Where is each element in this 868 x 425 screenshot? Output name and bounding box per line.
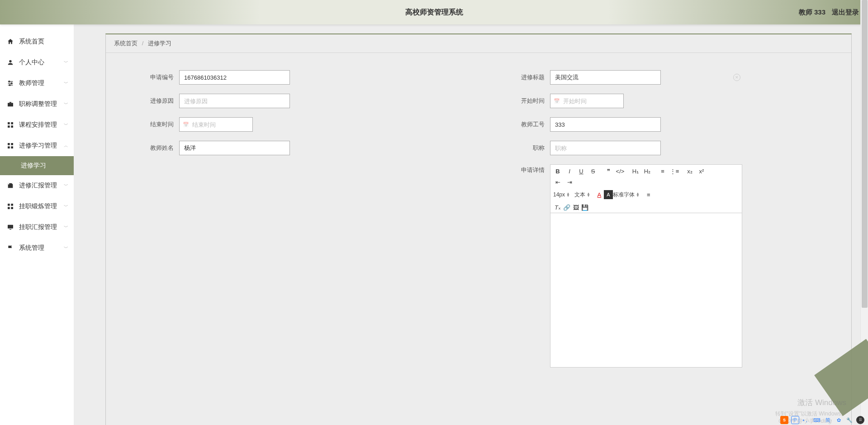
- person-icon: [6, 58, 14, 67]
- code-icon[interactable]: </>: [616, 167, 625, 176]
- nav-label: 职称调整管理: [19, 100, 57, 108]
- h2-icon[interactable]: H₂: [643, 167, 652, 176]
- user-label[interactable]: 教师 333: [799, 8, 825, 17]
- svg-rect-14: [11, 143, 13, 145]
- sliders-icon: [6, 79, 14, 87]
- input-start-time[interactable]: [550, 94, 624, 108]
- quote-icon[interactable]: ❞: [604, 167, 613, 176]
- indent-right-icon[interactable]: ⇥: [565, 177, 574, 186]
- nav-label: 课程安排管理: [19, 121, 57, 129]
- clear-format-icon[interactable]: Tₓ: [553, 203, 562, 212]
- nav-system-mgmt[interactable]: 系统管理 ﹀: [0, 238, 74, 258]
- input-end-time[interactable]: [179, 117, 253, 132]
- svg-rect-22: [8, 225, 13, 229]
- text-type-select[interactable]: 文本▲▼: [574, 190, 590, 199]
- chevron-down-icon: ﹀: [64, 182, 68, 189]
- breadcrumb-separator: /: [142, 40, 144, 47]
- svg-rect-8: [9, 102, 11, 103]
- label-study-title: 进修标题: [513, 73, 545, 81]
- nav-job-training[interactable]: 挂职锻炼管理 ﹀: [0, 196, 74, 217]
- breadcrumb: 系统首页 / 进修学习: [106, 34, 851, 53]
- rich-text-editor: B I U S ❞ </> H₁ H₂: [550, 164, 742, 368]
- editor-content[interactable]: [550, 213, 742, 367]
- nav-study-report[interactable]: 进修汇报管理 ﹀: [0, 175, 74, 196]
- monitor-icon: [6, 223, 14, 231]
- ime-cn-icon[interactable]: 中: [791, 416, 799, 424]
- underline-icon[interactable]: U: [577, 167, 586, 176]
- bg-color-icon[interactable]: A: [604, 190, 613, 199]
- report-icon: [6, 181, 14, 190]
- font-family-select[interactable]: 标准字体▲▼: [613, 190, 640, 199]
- clear-icon[interactable]: ✕: [733, 74, 740, 81]
- indent-left-icon[interactable]: ⇤: [553, 177, 562, 186]
- ime-input-icon[interactable]: 简: [824, 416, 832, 424]
- ordered-list-icon[interactable]: ≡: [658, 167, 667, 176]
- input-teacher-name[interactable]: [179, 141, 290, 155]
- content-area: 系统首页 / 进修学习 申请编号 进修标题 ✕ 进修原因: [74, 24, 868, 425]
- nav-study-learn[interactable]: 进修学习: [0, 156, 74, 175]
- ime-brand-icon[interactable]: S: [780, 416, 788, 424]
- font-size-select[interactable]: 14px▲▼: [553, 190, 570, 199]
- nav-label: 系统首页: [19, 38, 44, 46]
- nav-label: 教师管理: [19, 79, 44, 87]
- nav-course-arrange[interactable]: 课程安排管理 ﹀: [0, 115, 74, 135]
- subscript-icon[interactable]: x₂: [685, 167, 694, 176]
- ime-handle-icon[interactable]: ⠿: [856, 416, 864, 424]
- ime-taskbar: S 中 •， ⌨ 简 ✿ 🔧 ⠿: [777, 415, 868, 425]
- save-icon[interactable]: 💾: [580, 203, 589, 212]
- row-end-time: 结束时间: [142, 117, 463, 132]
- ime-punct-icon[interactable]: •，: [802, 416, 810, 424]
- input-job-title[interactable]: [550, 141, 661, 155]
- app-header: 高校师资管理系统 教师 333 退出登录: [0, 0, 868, 24]
- label-teacher-name: 教师姓名: [142, 144, 174, 152]
- svg-rect-10: [11, 122, 13, 124]
- label-study-reason: 进修原因: [142, 97, 174, 105]
- briefcase-icon: [6, 100, 14, 108]
- italic-icon[interactable]: I: [565, 167, 574, 176]
- nav-teacher-mgmt[interactable]: 教师管理 ﹀: [0, 73, 74, 94]
- content-panel: 系统首页 / 进修学习 申请编号 进修标题 ✕ 进修原因: [105, 33, 852, 425]
- nav-label: 进修汇报管理: [19, 181, 57, 190]
- nav-label: 个人中心: [19, 58, 44, 67]
- logout-link[interactable]: 退出登录: [832, 8, 859, 17]
- nav-label: 进修学习管理: [19, 142, 57, 150]
- svg-point-0: [9, 60, 11, 62]
- nav-profile[interactable]: 个人中心 ﹀: [0, 52, 74, 73]
- chevron-down-icon: ﹀: [64, 80, 68, 86]
- input-study-title[interactable]: [550, 70, 661, 85]
- unordered-list-icon[interactable]: ⋮≡: [670, 167, 679, 176]
- svg-rect-16: [11, 146, 13, 148]
- row-study-title: 进修标题 ✕: [513, 70, 834, 85]
- superscript-icon[interactable]: x²: [697, 167, 706, 176]
- label-end-time: 结束时间: [142, 120, 174, 129]
- form-area: 申请编号 进修标题 ✕ 进修原因 开始时间 结束时间: [106, 53, 851, 425]
- input-study-reason[interactable]: [179, 94, 290, 108]
- label-job-title: 职称: [513, 144, 545, 152]
- ime-skin-icon[interactable]: ✿: [835, 416, 843, 424]
- chevron-down-icon: ﹀: [64, 59, 68, 66]
- grid-icon: [6, 121, 14, 129]
- nav-home[interactable]: 系统首页: [0, 31, 74, 52]
- scrollbar-thumb[interactable]: [862, 0, 868, 308]
- label-teacher-id: 教师工号: [513, 120, 545, 129]
- image-icon[interactable]: 🖼: [571, 203, 580, 212]
- link-icon[interactable]: 🔗: [562, 203, 571, 212]
- nav-study-mgmt[interactable]: 进修学习管理 ︿: [0, 135, 74, 156]
- input-teacher-id[interactable]: [550, 117, 661, 132]
- input-application-id[interactable]: [179, 70, 290, 85]
- align-icon[interactable]: ≡: [644, 190, 653, 199]
- svg-point-6: [9, 85, 10, 86]
- strikethrough-icon[interactable]: S: [588, 167, 598, 176]
- nav-title-adjust[interactable]: 职称调整管理 ﹀: [0, 94, 74, 115]
- row-teacher-name: 教师姓名: [142, 141, 463, 155]
- bold-icon[interactable]: B: [553, 167, 562, 176]
- row-application-id: 申请编号: [142, 70, 463, 85]
- h1-icon[interactable]: H₁: [631, 167, 640, 176]
- row-detail: 申请详情 B I U S ❞ </>: [513, 164, 834, 368]
- nav-job-report[interactable]: 挂职汇报管理 ﹀: [0, 217, 74, 238]
- text-color-icon[interactable]: A: [595, 190, 604, 199]
- breadcrumb-home[interactable]: 系统首页: [114, 40, 138, 47]
- ime-tool-icon[interactable]: 🔧: [845, 416, 854, 424]
- ime-keyboard-icon[interactable]: ⌨: [813, 416, 821, 424]
- svg-point-2: [9, 81, 10, 82]
